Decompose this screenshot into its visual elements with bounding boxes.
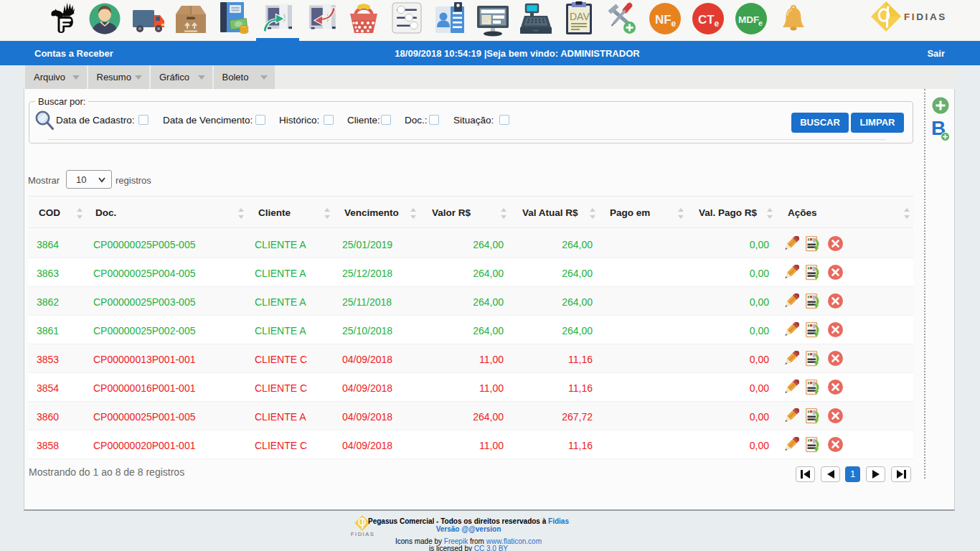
svg-text:FIDIAS: FIDIAS — [904, 11, 947, 22]
svg-text:DAV: DAV — [570, 11, 590, 22]
svg-text:e: e — [758, 19, 763, 27]
svg-text:MDF: MDF — [738, 14, 759, 25]
svg-text:NF: NF — [655, 13, 672, 27]
svg-text:CT: CT — [698, 13, 715, 27]
svg-text:e: e — [715, 19, 720, 29]
svg-text:e: e — [672, 19, 677, 29]
